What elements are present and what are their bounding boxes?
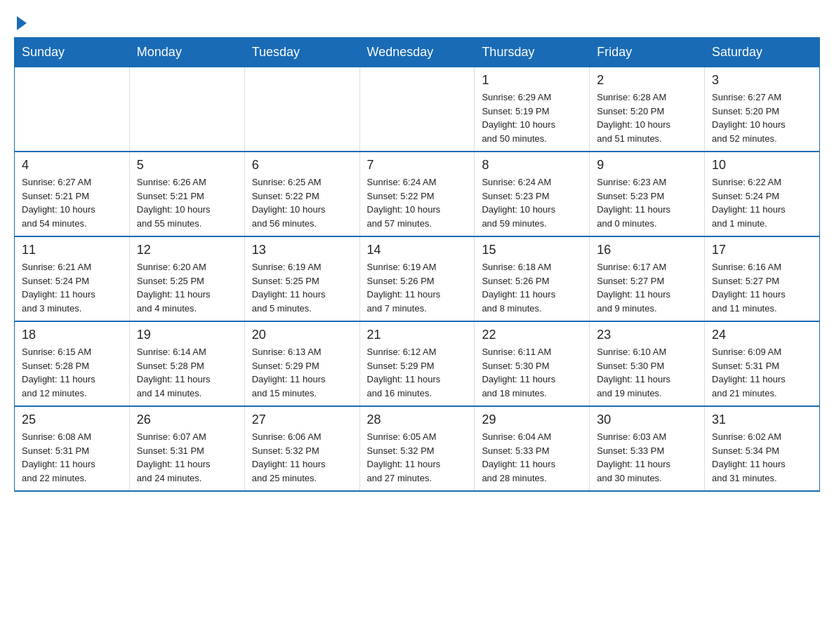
- day-number: 3: [712, 73, 812, 88]
- header-day-saturday: Saturday: [705, 38, 820, 67]
- day-number: 31: [712, 412, 812, 427]
- calendar-cell: 22Sunrise: 6:11 AM Sunset: 5:30 PM Dayli…: [475, 321, 590, 406]
- calendar-cell: 15Sunrise: 6:18 AM Sunset: 5:26 PM Dayli…: [475, 236, 590, 321]
- day-number: 12: [137, 243, 237, 257]
- calendar-cell: 30Sunrise: 6:03 AM Sunset: 5:33 PM Dayli…: [590, 406, 705, 491]
- day-info: Sunrise: 6:12 AM Sunset: 5:29 PM Dayligh…: [367, 345, 468, 400]
- calendar-cell: 1Sunrise: 6:29 AM Sunset: 5:19 PM Daylig…: [475, 67, 590, 152]
- calendar-cell: 31Sunrise: 6:02 AM Sunset: 5:34 PM Dayli…: [705, 406, 820, 491]
- day-number: 28: [367, 412, 468, 427]
- header-day-monday: Monday: [129, 38, 244, 67]
- calendar-cell: 26Sunrise: 6:07 AM Sunset: 5:31 PM Dayli…: [129, 406, 244, 491]
- day-info: Sunrise: 6:02 AM Sunset: 5:34 PM Dayligh…: [712, 430, 812, 485]
- calendar-cell: 3Sunrise: 6:27 AM Sunset: 5:20 PM Daylig…: [705, 67, 820, 152]
- calendar-cell: 11Sunrise: 6:21 AM Sunset: 5:24 PM Dayli…: [15, 236, 130, 321]
- header-day-tuesday: Tuesday: [244, 38, 359, 67]
- calendar-cell: 19Sunrise: 6:14 AM Sunset: 5:28 PM Dayli…: [129, 321, 244, 406]
- day-number: 10: [712, 158, 812, 173]
- calendar-cell: [244, 67, 359, 152]
- calendar-cell: [15, 67, 130, 152]
- day-info: Sunrise: 6:16 AM Sunset: 5:27 PM Dayligh…: [712, 260, 812, 315]
- day-number: 24: [712, 328, 812, 342]
- day-number: 16: [597, 243, 697, 257]
- day-number: 15: [482, 243, 582, 257]
- day-info: Sunrise: 6:20 AM Sunset: 5:25 PM Dayligh…: [137, 260, 237, 315]
- header-day-wednesday: Wednesday: [359, 38, 475, 67]
- calendar-cell: 27Sunrise: 6:06 AM Sunset: 5:32 PM Dayli…: [244, 406, 359, 491]
- day-info: Sunrise: 6:04 AM Sunset: 5:33 PM Dayligh…: [482, 430, 582, 485]
- calendar-cell: 4Sunrise: 6:27 AM Sunset: 5:21 PM Daylig…: [15, 152, 130, 236]
- day-info: Sunrise: 6:19 AM Sunset: 5:26 PM Dayligh…: [367, 260, 468, 315]
- day-info: Sunrise: 6:13 AM Sunset: 5:29 PM Dayligh…: [252, 345, 352, 400]
- day-number: 11: [22, 243, 122, 257]
- day-number: 20: [252, 328, 352, 342]
- day-number: 5: [137, 158, 237, 173]
- day-number: 29: [482, 412, 582, 427]
- day-number: 17: [712, 243, 812, 257]
- day-number: 2: [597, 73, 697, 88]
- calendar-cell: 12Sunrise: 6:20 AM Sunset: 5:25 PM Dayli…: [129, 236, 244, 321]
- day-info: Sunrise: 6:27 AM Sunset: 5:21 PM Dayligh…: [22, 175, 122, 230]
- day-number: 26: [137, 412, 237, 427]
- day-info: Sunrise: 6:08 AM Sunset: 5:31 PM Dayligh…: [22, 430, 122, 485]
- day-info: Sunrise: 6:25 AM Sunset: 5:22 PM Dayligh…: [252, 175, 352, 230]
- header-day-friday: Friday: [590, 38, 705, 67]
- calendar-cell: 13Sunrise: 6:19 AM Sunset: 5:25 PM Dayli…: [244, 236, 359, 321]
- calendar-header: SundayMondayTuesdayWednesdayThursdayFrid…: [15, 38, 820, 67]
- day-info: Sunrise: 6:09 AM Sunset: 5:31 PM Dayligh…: [712, 345, 812, 400]
- day-info: Sunrise: 6:28 AM Sunset: 5:20 PM Dayligh…: [597, 90, 697, 145]
- day-info: Sunrise: 6:10 AM Sunset: 5:30 PM Dayligh…: [597, 345, 697, 400]
- calendar-cell: 21Sunrise: 6:12 AM Sunset: 5:29 PM Dayli…: [359, 321, 475, 406]
- day-info: Sunrise: 6:21 AM Sunset: 5:24 PM Dayligh…: [22, 260, 122, 315]
- day-info: Sunrise: 6:26 AM Sunset: 5:21 PM Dayligh…: [137, 175, 237, 230]
- day-info: Sunrise: 6:27 AM Sunset: 5:20 PM Dayligh…: [712, 90, 812, 145]
- day-number: 18: [22, 328, 122, 342]
- day-info: Sunrise: 6:18 AM Sunset: 5:26 PM Dayligh…: [482, 260, 582, 315]
- day-info: Sunrise: 6:22 AM Sunset: 5:24 PM Dayligh…: [712, 175, 812, 230]
- calendar-cell: 9Sunrise: 6:23 AM Sunset: 5:23 PM Daylig…: [590, 152, 705, 236]
- calendar-cell: 17Sunrise: 6:16 AM Sunset: 5:27 PM Dayli…: [705, 236, 820, 321]
- calendar-week-row: 18Sunrise: 6:15 AM Sunset: 5:28 PM Dayli…: [15, 321, 820, 406]
- header-day-thursday: Thursday: [475, 38, 590, 67]
- calendar-cell: [359, 67, 475, 152]
- day-info: Sunrise: 6:19 AM Sunset: 5:25 PM Dayligh…: [252, 260, 352, 315]
- day-number: 25: [22, 412, 122, 427]
- logo-arrow-icon: [17, 16, 27, 30]
- day-info: Sunrise: 6:17 AM Sunset: 5:27 PM Dayligh…: [597, 260, 697, 315]
- day-number: 19: [137, 328, 237, 342]
- day-info: Sunrise: 6:05 AM Sunset: 5:32 PM Dayligh…: [367, 430, 468, 485]
- day-info: Sunrise: 6:23 AM Sunset: 5:23 PM Dayligh…: [597, 175, 697, 230]
- calendar-cell: 25Sunrise: 6:08 AM Sunset: 5:31 PM Dayli…: [15, 406, 130, 491]
- day-number: 9: [597, 158, 697, 173]
- day-info: Sunrise: 6:24 AM Sunset: 5:22 PM Dayligh…: [367, 175, 468, 230]
- day-number: 4: [22, 158, 122, 173]
- day-number: 23: [597, 328, 697, 342]
- day-info: Sunrise: 6:15 AM Sunset: 5:28 PM Dayligh…: [22, 345, 122, 400]
- day-number: 22: [482, 328, 582, 342]
- header-day-sunday: Sunday: [15, 38, 130, 67]
- calendar-cell: 2Sunrise: 6:28 AM Sunset: 5:20 PM Daylig…: [590, 67, 705, 152]
- calendar-cell: 16Sunrise: 6:17 AM Sunset: 5:27 PM Dayli…: [590, 236, 705, 321]
- calendar-week-row: 25Sunrise: 6:08 AM Sunset: 5:31 PM Dayli…: [15, 406, 820, 491]
- calendar-cell: 6Sunrise: 6:25 AM Sunset: 5:22 PM Daylig…: [244, 152, 359, 236]
- day-number: 13: [252, 243, 352, 257]
- page-header: [14, 14, 820, 30]
- day-info: Sunrise: 6:07 AM Sunset: 5:31 PM Dayligh…: [137, 430, 237, 485]
- calendar-cell: 5Sunrise: 6:26 AM Sunset: 5:21 PM Daylig…: [129, 152, 244, 236]
- day-number: 8: [482, 158, 582, 173]
- day-number: 21: [367, 328, 468, 342]
- calendar-cell: 23Sunrise: 6:10 AM Sunset: 5:30 PM Dayli…: [590, 321, 705, 406]
- calendar-cell: 24Sunrise: 6:09 AM Sunset: 5:31 PM Dayli…: [705, 321, 820, 406]
- day-info: Sunrise: 6:29 AM Sunset: 5:19 PM Dayligh…: [482, 90, 582, 145]
- day-info: Sunrise: 6:11 AM Sunset: 5:30 PM Dayligh…: [482, 345, 582, 400]
- day-info: Sunrise: 6:24 AM Sunset: 5:23 PM Dayligh…: [482, 175, 582, 230]
- day-number: 27: [252, 412, 352, 427]
- day-info: Sunrise: 6:14 AM Sunset: 5:28 PM Dayligh…: [137, 345, 237, 400]
- calendar-cell: [129, 67, 244, 152]
- calendar-week-row: 4Sunrise: 6:27 AM Sunset: 5:21 PM Daylig…: [15, 152, 820, 236]
- day-number: 7: [367, 158, 468, 173]
- day-info: Sunrise: 6:06 AM Sunset: 5:32 PM Dayligh…: [252, 430, 352, 485]
- calendar-week-row: 11Sunrise: 6:21 AM Sunset: 5:24 PM Dayli…: [15, 236, 820, 321]
- calendar-cell: 7Sunrise: 6:24 AM Sunset: 5:22 PM Daylig…: [359, 152, 475, 236]
- calendar-cell: 8Sunrise: 6:24 AM Sunset: 5:23 PM Daylig…: [475, 152, 590, 236]
